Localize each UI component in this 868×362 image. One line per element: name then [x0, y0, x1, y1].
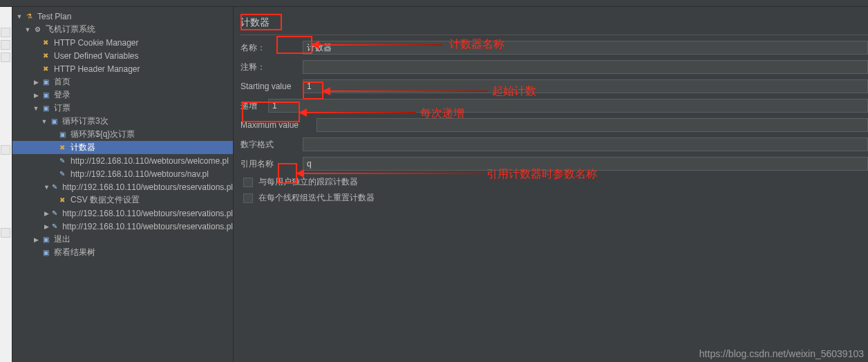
- pipette-icon: ✎: [50, 182, 60, 193]
- tree-label: 计数器: [70, 142, 95, 153]
- gear-icon: ⚙: [32, 24, 43, 35]
- folder-icon: ▣: [40, 247, 51, 258]
- tree-label: 察看结果树: [54, 247, 95, 258]
- tree-label: User Defined Variables: [54, 51, 139, 61]
- gutter-mark: [1, 145, 10, 155]
- tree-label: http://192.168.10.110/webtours/reservati…: [62, 209, 233, 218]
- folder-icon: ▣: [40, 77, 51, 88]
- ref-input[interactable]: [303, 157, 868, 171]
- chk2-label: 在每个线程组迭代上重置计数器: [258, 192, 375, 204]
- tree-label: 退出: [54, 234, 70, 245]
- tree-label: 订票: [54, 102, 70, 114]
- start-label: Starting value: [240, 82, 303, 91]
- tree-label: 登录: [54, 89, 70, 101]
- toolbar: [0, 0, 868, 7]
- wrench-icon: ✖: [40, 50, 51, 61]
- wrench-icon: ✖: [40, 37, 51, 48]
- pipette-icon: ✎: [50, 208, 60, 219]
- max-label: Maximum value: [240, 120, 317, 130]
- folder-icon: ▣: [40, 103, 51, 114]
- format-input[interactable]: [303, 137, 868, 151]
- checkbox-reset[interactable]: 在每个线程组迭代上重置计数器: [243, 192, 868, 204]
- incr-input[interactable]: [268, 99, 868, 113]
- tree-item[interactable]: ▼ ✎ http://192.168.10.110/webtours/reser…: [12, 180, 233, 193]
- comment-input[interactable]: [303, 60, 868, 74]
- wrench-icon: ✖: [57, 142, 68, 153]
- left-gutter: [0, 7, 12, 362]
- tree-item[interactable]: ✖ CSV 数据文件设置: [12, 193, 233, 207]
- tree-item[interactable]: ▶ ✎ http://192.168.10.110/webtours/reser…: [12, 220, 233, 233]
- folder-icon: ▣: [57, 129, 68, 140]
- tree-label: HTTP Header Manager: [54, 64, 140, 74]
- tree-item[interactable]: ▣ 察看结果树: [12, 246, 233, 259]
- checkbox-per-user[interactable]: 与每用户独立的跟踪计数器: [243, 176, 868, 188]
- pipette-icon: ✎: [57, 155, 68, 166]
- checkbox-icon[interactable]: [243, 178, 253, 187]
- ref-label: 引用名称: [240, 158, 303, 170]
- tree-item[interactable]: ✖ HTTP Cookie Manager: [12, 36, 233, 49]
- tree-item[interactable]: ▼ ▣ 循环订票3次: [12, 115, 233, 128]
- gutter-mark: [1, 53, 10, 62]
- tree-item[interactable]: ▼ ▣ 订票: [12, 102, 233, 115]
- tree-item[interactable]: ✎ http://192.168.10.110/webtours/welcome…: [12, 154, 233, 167]
- folder-icon: ▣: [40, 90, 51, 101]
- gutter-mark: [1, 228, 10, 238]
- tree-label: 飞机订票系统: [46, 23, 95, 35]
- tree-label: 首页: [54, 76, 70, 88]
- incr-label: 递增: [240, 100, 268, 112]
- tree-label: HTTP Cookie Manager: [54, 38, 139, 48]
- tree-label: http://192.168.10.110/webtours/nav.pl: [70, 169, 209, 179]
- comment-label: 注释：: [240, 61, 303, 73]
- tree-root[interactable]: ▼ ⚗ Test Plan: [12, 10, 233, 23]
- tree-label: Test Plan: [37, 12, 71, 21]
- tree-label: http://192.168.10.110/webtours/reservati…: [62, 222, 233, 231]
- pipette-icon: ✎: [50, 221, 60, 232]
- tree-label: http://192.168.10.110/webtours/welcome.p…: [70, 156, 229, 166]
- start-input[interactable]: [303, 79, 868, 93]
- tree-label: CSV 数据文件设置: [70, 194, 140, 206]
- tree-item[interactable]: ▶ ▣ 退出: [12, 233, 233, 246]
- pipette-icon: ✎: [57, 169, 68, 180]
- name-input[interactable]: [303, 41, 868, 55]
- tree-label: 循环第${q}次订票: [70, 128, 135, 140]
- format-label: 数字格式: [240, 139, 303, 151]
- wrench-icon: ✖: [40, 64, 51, 75]
- checkbox-icon[interactable]: [243, 193, 253, 203]
- name-label: 名称：: [240, 42, 303, 54]
- gutter-mark: [1, 28, 10, 37]
- divider: [240, 35, 868, 35]
- beaker-icon: ⚗: [23, 11, 35, 22]
- tree-label: http://192.168.10.110/webtours/reservati…: [62, 182, 233, 192]
- tree-panel[interactable]: ▼ ⚗ Test Plan ▼ ⚙ 飞机订票系统 ✖ HTTP Cookie M…: [12, 7, 234, 362]
- tree-item[interactable]: ✎ http://192.168.10.110/webtours/nav.pl: [12, 167, 233, 180]
- folder-icon: ▣: [40, 234, 51, 245]
- tree-item[interactable]: ✖ User Defined Variables: [12, 49, 233, 62]
- panel-title: 计数器: [240, 14, 868, 35]
- gutter-mark: [1, 40, 10, 50]
- tree-label: 循环订票3次: [62, 115, 108, 127]
- folder-icon: ▣: [48, 116, 59, 127]
- max-input[interactable]: [317, 118, 868, 132]
- counter-panel: 计数器 名称： 注释： Starting value 递增 Maximum va…: [234, 7, 868, 362]
- tree-item[interactable]: ▶ ▣ 首页: [12, 75, 233, 88]
- tree-item[interactable]: ▶ ▣ 登录: [12, 88, 233, 102]
- tree-item[interactable]: ▣ 循环第${q}次订票: [12, 128, 233, 141]
- tree-item[interactable]: ✖ HTTP Header Manager: [12, 62, 233, 75]
- tree-item-counter[interactable]: ✖ 计数器: [12, 141, 233, 154]
- wrench-icon: ✖: [57, 195, 68, 206]
- tree-item[interactable]: ▶ ✎ http://192.168.10.110/webtours/reser…: [12, 207, 233, 220]
- tree-item[interactable]: ▼ ⚙ 飞机订票系统: [12, 23, 233, 36]
- chk1-label: 与每用户独立的跟踪计数器: [258, 176, 358, 188]
